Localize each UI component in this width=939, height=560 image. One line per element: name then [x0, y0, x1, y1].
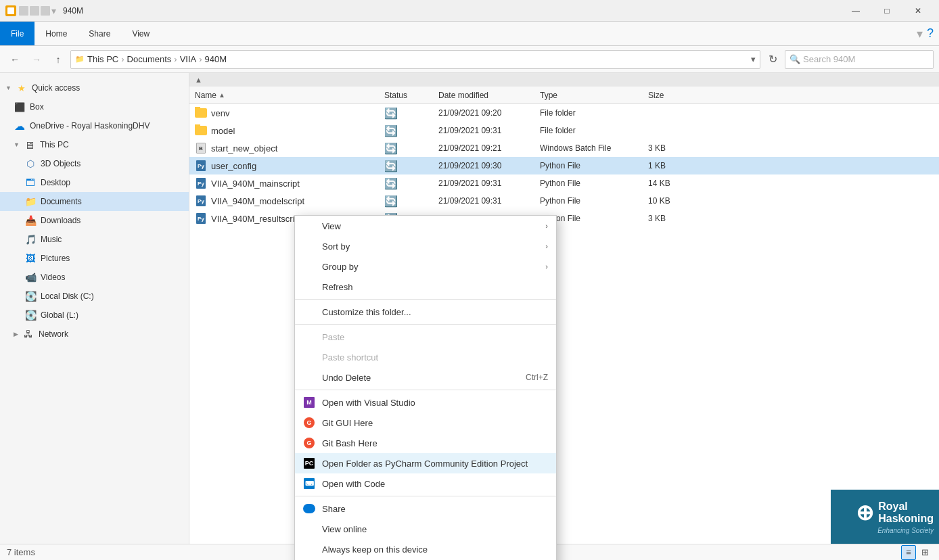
- share-icon: [303, 503, 315, 515]
- menu-item-groupby[interactable]: Group by ›: [295, 256, 556, 277]
- submenu-arrow: ›: [545, 262, 548, 271]
- menu-shortcut: Ctrl+Z: [526, 373, 548, 382]
- menu-item-undo-delete[interactable]: Undo Delete Ctrl+Z: [295, 367, 556, 388]
- customize-menu-icon: [303, 306, 315, 318]
- context-menu: View › Sort by › Group by › Refresh Cust…: [294, 215, 557, 560]
- menu-item-pycharm[interactable]: PC Open Folder as PyCharm Community Edit…: [295, 453, 556, 473]
- menu-item-label: Share: [322, 504, 548, 514]
- menu-item-label: Open with Code: [322, 479, 548, 489]
- menu-item-git-bash[interactable]: G Git Bash Here: [295, 433, 556, 453]
- menu-item-view-online[interactable]: View online: [295, 519, 556, 539]
- menu-item-open-code[interactable]: ⌨ Open with Code: [295, 473, 556, 494]
- menu-item-label: Paste: [322, 332, 548, 342]
- menu-item-label: Open Folder as PyCharm Community Edition…: [322, 459, 548, 469]
- menu-item-label: Refresh: [322, 282, 548, 292]
- sortby-menu-icon: [303, 240, 315, 252]
- menu-item-label: View online: [322, 524, 548, 534]
- watermark-line2: Haskoning: [878, 513, 934, 525]
- menu-separator: [295, 324, 556, 325]
- vs-icon: M: [303, 396, 315, 409]
- menu-item-label: Git GUI Here: [322, 418, 548, 428]
- menu-separator: [295, 299, 556, 300]
- groupby-menu-icon: [303, 260, 315, 273]
- menu-separator: [295, 390, 556, 390]
- menu-item-label: Paste shortcut: [322, 352, 548, 363]
- submenu-arrow: ›: [545, 242, 548, 250]
- menu-item-paste: Paste: [295, 327, 556, 347]
- menu-item-label: Git Bash Here: [322, 438, 548, 448]
- menu-item-git-gui[interactable]: G Git GUI Here: [295, 413, 556, 433]
- always-keep-icon: [303, 543, 315, 555]
- undo-menu-icon: [303, 371, 315, 383]
- view-menu-icon: [303, 220, 315, 232]
- submenu-arrow: ›: [545, 222, 548, 230]
- menu-item-refresh[interactable]: Refresh: [295, 277, 556, 297]
- watermark-tagline: Enhancing Society: [877, 527, 934, 534]
- vscode-icon: ⌨: [303, 477, 315, 490]
- menu-item-label: Sort by: [322, 241, 539, 252]
- paste-menu-icon: [303, 331, 315, 343]
- watermark-line1: Royal: [878, 500, 934, 513]
- menu-item-open-vs[interactable]: M Open with Visual Studio: [295, 392, 556, 413]
- pycharm-icon: PC: [303, 457, 315, 469]
- menu-item-label: View: [322, 221, 539, 231]
- menu-item-label: Group by: [322, 262, 539, 272]
- menu-item-always-keep[interactable]: Always keep on this device: [295, 539, 556, 559]
- menu-item-customize[interactable]: Customize this folder...: [295, 302, 556, 322]
- menu-item-label: Always keep on this device: [322, 544, 548, 555]
- watermark: ⊕ Royal Haskoning Enhancing Society: [831, 490, 939, 544]
- menu-item-label: Undo Delete: [322, 373, 519, 383]
- paste-shortcut-menu-icon: [303, 351, 315, 363]
- context-menu-overlay: View › Sort by › Group by › Refresh Cust…: [0, 0, 939, 560]
- menu-item-share[interactable]: Share: [295, 498, 556, 519]
- watermark-logo: ⊕: [856, 500, 874, 526]
- menu-item-sortby[interactable]: Sort by ›: [295, 236, 556, 256]
- menu-item-label: Customize this folder...: [322, 307, 548, 317]
- menu-item-view[interactable]: View ›: [295, 216, 556, 236]
- menu-item-paste-shortcut: Paste shortcut: [295, 347, 556, 367]
- menu-separator: [295, 496, 556, 496]
- menu-item-label: Open with Visual Studio: [322, 398, 548, 408]
- git-gui-icon: G: [303, 417, 315, 429]
- view-online-icon: [303, 523, 315, 535]
- git-bash-icon: G: [303, 437, 315, 449]
- refresh-menu-icon: [303, 281, 315, 293]
